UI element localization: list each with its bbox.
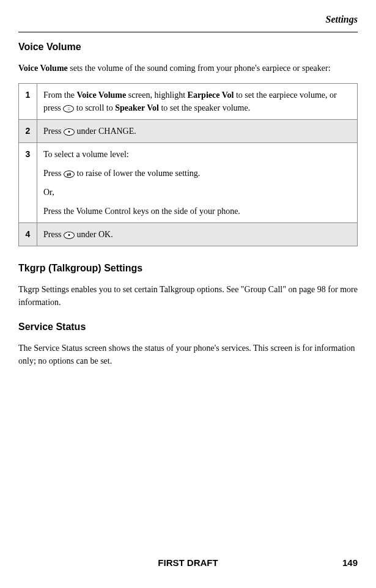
step-text: Press under OK. xyxy=(37,223,358,246)
steps-table: 1 From the Voice Volume screen, highligh… xyxy=(18,83,358,246)
service-status-body: The Service Status screen shows the stat… xyxy=(18,342,358,367)
footer-draft-label: FIRST DRAFT xyxy=(158,556,218,570)
step1-mid3: to scroll to xyxy=(74,103,115,112)
step1-bold1: Voice Volume xyxy=(76,90,126,100)
softkey-icon xyxy=(64,128,75,136)
step3-line1: To select a volume level: xyxy=(43,148,351,161)
step-number: 2 xyxy=(19,120,37,143)
table-row: 2 Press under CHANGE. xyxy=(19,120,358,143)
step3-line2post: to raise of lower the volume setting. xyxy=(75,169,200,178)
table-row: 4 Press under OK. xyxy=(19,223,358,246)
service-status-heading: Service Status xyxy=(18,320,358,334)
table-row: 3 To select a volume level: Press to rai… xyxy=(19,143,358,223)
step-text: Press under CHANGE. xyxy=(37,120,358,143)
step4-pre: Press xyxy=(43,230,64,239)
step1-bold3: Speaker Vol xyxy=(115,103,159,112)
step-text: To select a volume level: Press to raise… xyxy=(37,143,358,223)
step-text: From the Voice Volume screen, highlight … xyxy=(37,84,358,120)
step1-pre: From the xyxy=(43,90,76,100)
step1-bold2: Earpiece Vol xyxy=(188,90,234,100)
step2-pre: Press xyxy=(43,127,64,136)
step-number: 3 xyxy=(19,143,37,223)
page-footer: FIRST DRAFT 149 xyxy=(18,556,358,570)
step1-post: to set the speaker volume. xyxy=(159,103,250,112)
step2-post: under CHANGE. xyxy=(75,127,136,136)
step1-mid1: screen, highlight xyxy=(126,90,187,100)
voice-volume-heading: Voice Volume xyxy=(18,40,358,54)
step4-post: under OK. xyxy=(75,230,113,239)
header-category: Settings xyxy=(18,12,358,27)
softkey-icon xyxy=(64,232,75,239)
step3-line3: Or, xyxy=(43,186,351,199)
table-row: 1 From the Voice Volume screen, highligh… xyxy=(19,84,358,120)
tkgrp-heading: Tkgrp (Talkgroup) Settings xyxy=(18,261,358,276)
tkgrp-body: Tkgrp Settings enables you to set certai… xyxy=(18,283,358,309)
voice-volume-intro-bold: Voice Volume xyxy=(18,64,68,73)
voice-volume-intro: Voice Volume sets the volume of the soun… xyxy=(18,62,358,75)
header-divider xyxy=(18,32,358,32)
step3-line4: Press the Volume Control keys on the sid… xyxy=(43,205,351,218)
step3-line2pre: Press xyxy=(43,169,64,178)
nav-key-icon xyxy=(63,105,74,112)
step-number: 4 xyxy=(19,223,37,246)
footer-page-number: 149 xyxy=(342,556,358,570)
voice-volume-intro-rest: sets the volume of the sound coming from… xyxy=(68,64,331,73)
scroll-key-icon xyxy=(64,171,75,178)
step-number: 1 xyxy=(19,84,37,120)
